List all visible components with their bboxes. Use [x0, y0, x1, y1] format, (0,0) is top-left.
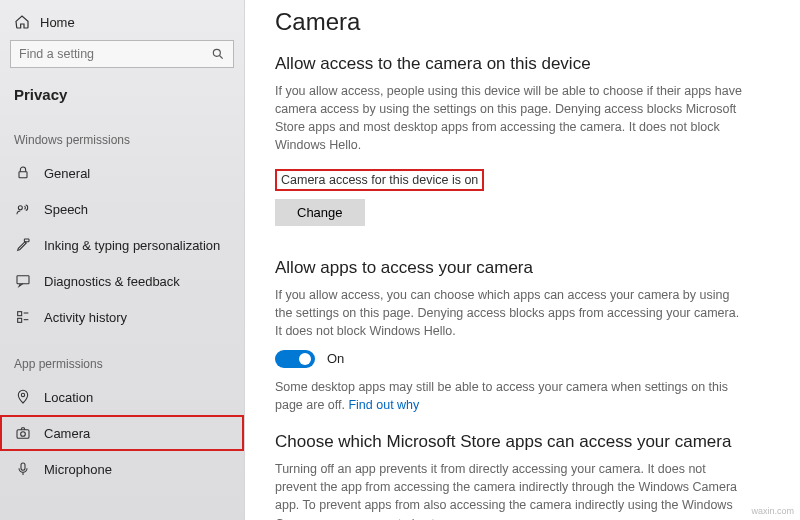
sidebar-item-label: Location	[44, 390, 93, 405]
section3-body: Turning off an app prevents it from dire…	[275, 460, 745, 520]
svg-line-1	[220, 56, 223, 59]
search-container	[0, 36, 244, 76]
svg-rect-4	[24, 239, 29, 242]
svg-point-0	[213, 49, 220, 56]
search-icon	[211, 47, 225, 61]
sidebar-item-label: Inking & typing personalization	[44, 238, 220, 253]
sidebar-item-camera[interactable]: Camera	[0, 415, 244, 451]
sidebar-item-location[interactable]: Location	[0, 379, 244, 415]
section1-title: Allow access to the camera on this devic…	[275, 54, 770, 74]
sidebar-item-label: Diagnostics & feedback	[44, 274, 180, 289]
history-icon	[14, 308, 32, 326]
feedback-icon	[14, 272, 32, 290]
svg-rect-7	[18, 318, 22, 322]
main-content: Camera Allow access to the camera on thi…	[245, 0, 800, 520]
sidebar-item-activity[interactable]: Activity history	[0, 299, 244, 335]
privacy-header: Privacy	[0, 76, 244, 111]
search-input[interactable]	[19, 47, 211, 61]
camera-icon	[14, 424, 32, 442]
home-label: Home	[40, 15, 75, 30]
svg-point-3	[18, 206, 22, 210]
change-button[interactable]: Change	[275, 199, 365, 226]
toggle-knob	[299, 353, 311, 365]
sidebar-item-label: Activity history	[44, 310, 127, 325]
section2-title: Allow apps to access your camera	[275, 258, 770, 278]
section3-title: Choose which Microsoft Store apps can ac…	[275, 432, 770, 452]
apps-access-toggle[interactable]	[275, 350, 315, 368]
section2-note: Some desktop apps may still be able to a…	[275, 378, 745, 414]
svg-rect-13	[21, 463, 25, 470]
sidebar: Home Privacy Windows permissions General…	[0, 0, 245, 520]
speech-icon	[14, 200, 32, 218]
apps-access-toggle-row: On	[275, 350, 770, 368]
svg-point-12	[21, 432, 26, 437]
sidebar-item-label: Microphone	[44, 462, 112, 477]
svg-point-10	[21, 393, 24, 396]
camera-access-status: Camera access for this device is on	[275, 169, 484, 191]
sidebar-item-label: Camera	[44, 426, 90, 441]
microphone-icon	[14, 460, 32, 478]
sidebar-item-diagnostics[interactable]: Diagnostics & feedback	[0, 263, 244, 299]
svg-rect-11	[17, 430, 29, 439]
watermark: waxin.com	[751, 506, 794, 516]
lock-icon	[14, 164, 32, 182]
page-title: Camera	[275, 8, 770, 36]
home-nav[interactable]: Home	[0, 10, 244, 36]
sidebar-item-speech[interactable]: Speech	[0, 191, 244, 227]
toggle-label: On	[327, 351, 344, 366]
sidebar-item-label: General	[44, 166, 90, 181]
home-icon	[14, 14, 30, 30]
section1-body: If you allow access, people using this d…	[275, 82, 745, 155]
sidebar-item-inking[interactable]: Inking & typing personalization	[0, 227, 244, 263]
note-text: Some desktop apps may still be able to a…	[275, 380, 728, 412]
windows-permissions-label: Windows permissions	[0, 111, 244, 155]
svg-rect-5	[17, 276, 29, 284]
svg-rect-2	[19, 172, 27, 178]
pen-icon	[14, 236, 32, 254]
svg-rect-6	[18, 312, 22, 316]
app-permissions-label: App permissions	[0, 335, 244, 379]
section2-body: If you allow access, you can choose whic…	[275, 286, 745, 340]
find-out-why-link[interactable]: Find out why	[348, 398, 419, 412]
search-box[interactable]	[10, 40, 234, 68]
location-icon	[14, 388, 32, 406]
sidebar-item-general[interactable]: General	[0, 155, 244, 191]
sidebar-item-label: Speech	[44, 202, 88, 217]
sidebar-item-microphone[interactable]: Microphone	[0, 451, 244, 487]
